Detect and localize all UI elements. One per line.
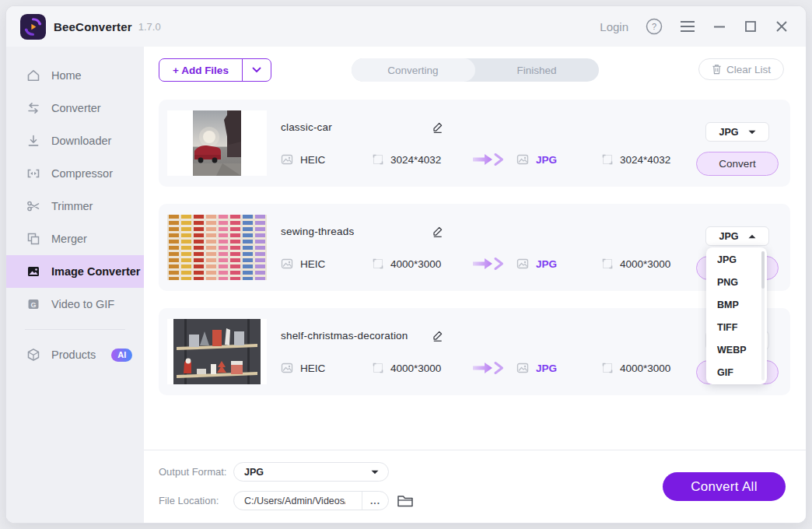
sidebar-item-trimmer[interactable]: Trimmer xyxy=(6,190,144,222)
dimensions-icon xyxy=(373,363,383,373)
help-icon[interactable]: ? xyxy=(646,18,663,35)
target-dimensions: 4000*3000 xyxy=(620,258,670,270)
format-select-value: JPG xyxy=(719,231,738,242)
sidebar-item-label: Trimmer xyxy=(51,200,93,212)
add-files-dropdown-button[interactable] xyxy=(242,59,271,81)
target-format: JPG xyxy=(536,258,557,270)
sidebar: Home Converter Downloader Compressor Tri… xyxy=(6,47,144,523)
source-dimensions: 3024*4032 xyxy=(390,154,441,166)
source-dimensions: 4000*3000 xyxy=(390,363,441,374)
titlebar: BeeConverter 1.7.0 Login ? xyxy=(6,6,806,47)
edit-name-icon[interactable] xyxy=(431,121,444,134)
image-file-icon xyxy=(281,362,293,374)
caret-down-icon xyxy=(371,470,379,475)
trash-icon xyxy=(712,64,722,75)
svg-text:G: G xyxy=(30,301,36,309)
source-format: HEIC xyxy=(300,363,325,374)
convert-arrow-icon xyxy=(471,361,516,375)
sidebar-item-merger[interactable]: Merger xyxy=(6,222,144,255)
dimensions-icon xyxy=(602,154,613,165)
sidebar-item-label: Merger xyxy=(51,233,87,245)
edit-name-icon[interactable] xyxy=(431,225,444,238)
thumbnail-shelf-christmas-decoration xyxy=(167,319,267,384)
sidebar-item-downloader[interactable]: Downloader xyxy=(6,124,144,157)
format-select[interactable]: JPG xyxy=(705,122,769,142)
sidebar-item-label: Image Converter xyxy=(51,265,140,278)
dropdown-scrollbar-thumb[interactable] xyxy=(761,251,765,289)
sidebar-divider xyxy=(25,329,125,330)
image-file-icon xyxy=(516,153,529,166)
browse-button[interactable]: ... xyxy=(362,492,388,510)
menu-icon[interactable] xyxy=(680,20,695,33)
sidebar-item-label: Products xyxy=(51,349,96,361)
file-name: sewing-threads xyxy=(281,226,431,237)
format-option-png[interactable]: PNG xyxy=(706,271,767,293)
login-button[interactable]: Login xyxy=(600,20,628,33)
close-icon[interactable] xyxy=(775,19,789,33)
open-folder-icon[interactable] xyxy=(397,494,414,508)
file-location-input[interactable]: C:/Users/Admin/Videos/ ... xyxy=(233,491,389,510)
target-format: JPG xyxy=(536,154,557,166)
dimensions-icon xyxy=(373,154,383,165)
sidebar-item-converter[interactable]: Converter xyxy=(6,92,144,124)
app-version: 1.7.0 xyxy=(138,21,161,33)
clear-list-label: Clear List xyxy=(726,64,771,75)
convert-arrow-icon xyxy=(471,152,516,166)
caret-up-icon xyxy=(748,234,756,239)
file-row: shelf-christmas-decoration HEIC xyxy=(159,308,790,395)
source-format: HEIC xyxy=(300,154,325,166)
footer: Output Format: JPG File Location: C:/Use… xyxy=(144,450,806,523)
gif-icon: G xyxy=(26,297,40,311)
convert-arrow-icon xyxy=(471,257,516,271)
convert-button[interactable]: Convert xyxy=(696,152,779,176)
sidebar-item-label: Home xyxy=(51,69,82,82)
format-dropdown-menu: JPG PNG BMP TIFF WEBP GIF xyxy=(706,247,767,384)
sidebar-item-products[interactable]: Products AI xyxy=(6,338,144,371)
target-format: JPG xyxy=(536,363,557,374)
format-option-gif[interactable]: GIF xyxy=(706,361,767,384)
thumbnail-classic-car xyxy=(167,110,267,176)
output-format-value: JPG xyxy=(244,467,264,478)
dropdown-scrollbar[interactable] xyxy=(761,251,765,380)
format-option-webp[interactable]: WEBP xyxy=(706,338,767,361)
image-file-icon xyxy=(516,362,529,374)
format-option-tiff[interactable]: TIFF xyxy=(706,316,767,338)
add-files-button-group: + Add Files xyxy=(159,58,271,82)
file-row: sewing-threads HEIC xyxy=(159,204,790,291)
format-select-open[interactable]: JPG xyxy=(705,226,769,246)
sidebar-item-label: Compressor xyxy=(51,167,113,180)
sidebar-item-video-to-gif[interactable]: G Video to GIF xyxy=(6,288,144,321)
image-icon xyxy=(26,264,40,279)
file-location-label: File Location: xyxy=(159,495,233,506)
clear-list-button[interactable]: Clear List xyxy=(698,58,784,80)
sidebar-item-compressor[interactable]: Compressor xyxy=(6,157,144,190)
maximize-icon[interactable] xyxy=(744,19,758,33)
dimensions-icon xyxy=(602,363,613,373)
download-icon xyxy=(26,134,40,148)
convert-all-button[interactable]: Convert All xyxy=(663,472,786,501)
minimize-icon[interactable] xyxy=(712,19,726,33)
format-option-bmp[interactable]: BMP xyxy=(706,293,767,316)
output-format-select[interactable]: JPG xyxy=(233,462,389,482)
tab-converting[interactable]: Converting xyxy=(352,58,475,82)
dimensions-icon xyxy=(602,258,613,269)
app-window: BeeConverter 1.7.0 Login ? xyxy=(6,6,806,523)
compress-icon xyxy=(26,166,40,180)
source-dimensions: 4000*3000 xyxy=(390,258,441,270)
add-files-button[interactable]: + Add Files xyxy=(159,59,242,81)
sidebar-item-home[interactable]: Home xyxy=(6,59,144,92)
tab-finished[interactable]: Finished xyxy=(475,58,599,82)
app-title: BeeConverter xyxy=(54,20,132,33)
edit-name-icon[interactable] xyxy=(431,329,444,342)
cube-icon xyxy=(26,348,40,362)
sidebar-item-image-converter[interactable]: Image Converter xyxy=(6,255,144,288)
scissors-icon xyxy=(26,199,40,213)
ai-badge: AI xyxy=(111,349,132,362)
sidebar-item-label: Video to GIF xyxy=(51,298,114,310)
target-dimensions: 3024*4032 xyxy=(620,154,670,166)
merge-icon xyxy=(26,232,40,246)
status-tabs: Converting Finished xyxy=(352,58,599,82)
sidebar-item-label: Converter xyxy=(51,102,101,114)
format-option-jpg[interactable]: JPG xyxy=(706,248,767,271)
svg-text:?: ? xyxy=(652,22,656,31)
